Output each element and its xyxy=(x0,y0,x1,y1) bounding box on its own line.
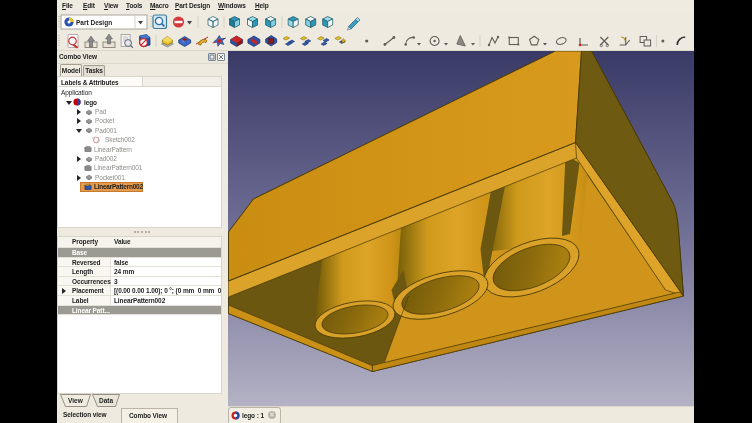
svg-text:Part Design: Part Design xyxy=(76,19,112,27)
svg-text:View: View xyxy=(68,397,84,404)
svg-text:Data: Data xyxy=(99,397,113,404)
